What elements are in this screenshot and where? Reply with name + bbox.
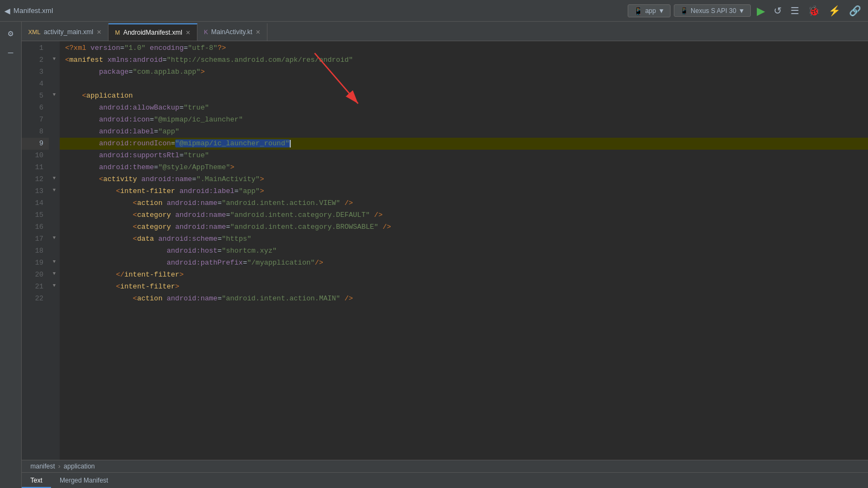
device-dropdown-arrow: ▼ <box>738 7 745 15</box>
gutter-item-2: ▼ <box>49 53 60 65</box>
line-number-6: 6 <box>22 102 49 114</box>
fold-icon-12[interactable]: ▼ <box>53 176 55 181</box>
gutter-item-15 <box>49 208 60 220</box>
gutter-item-7 <box>49 113 60 125</box>
code-line-15: <category android:name="android.intent.c… <box>60 209 868 221</box>
device-selector[interactable]: 📱 Nexus S API 30 ▼ <box>674 4 751 17</box>
tab-label: activity_main.xml <box>44 28 93 36</box>
fold-icon-13[interactable]: ▼ <box>53 188 55 193</box>
code-line-18: android:host="shortcm.xyz" <box>60 245 868 257</box>
line-numbers: 12345678910111213141516171819202122 <box>22 41 49 460</box>
gutter-item-9 <box>49 137 60 149</box>
attach-button[interactable]: 🔗 <box>846 4 864 18</box>
tab-label-main: MainActivity.kt <box>211 28 252 36</box>
gutter: ▼▼▼▼▼▼▼▼ <box>49 41 60 460</box>
gutter-item-14 <box>49 196 60 208</box>
line-number-12: 12 <box>22 174 49 185</box>
line-number-17: 17 <box>22 233 49 245</box>
code-line-22: <action android:name="android.intent.act… <box>60 293 868 305</box>
tab-close-activity[interactable]: ✕ <box>97 29 101 36</box>
line-number-18: 18 <box>22 245 49 257</box>
gutter-item-1 <box>49 41 60 53</box>
gutter-item-12: ▼ <box>49 172 60 184</box>
fold-icon-19[interactable]: ▼ <box>53 259 55 265</box>
breadcrumb-item-manifest: manifest <box>30 463 55 470</box>
line-number-8: 8 <box>22 126 49 138</box>
line-number-7: 7 <box>22 114 49 126</box>
gutter-item-21: ▼ <box>49 280 60 292</box>
profile-button[interactable]: ⚡ <box>826 4 843 18</box>
sidebar-minimize-icon[interactable]: — <box>3 46 18 61</box>
line-number-13: 13 <box>22 185 49 197</box>
fold-icon-17[interactable]: ▼ <box>53 235 55 241</box>
fold-icon-21[interactable]: ▼ <box>53 283 55 288</box>
debug-button[interactable]: 🐞 <box>805 4 822 18</box>
line-number-3: 3 <box>22 66 49 78</box>
code-line-3: package="com.applab.app"> <box>60 66 868 78</box>
line-number-21: 21 <box>22 281 49 293</box>
code-line-2: <manifest xmlns:android="http://schemas.… <box>60 54 868 66</box>
gutter-item-22 <box>49 292 60 304</box>
line-number-1: 1 <box>22 42 49 54</box>
gutter-item-11 <box>49 160 60 172</box>
sidebar-strip: ⚙ — <box>0 22 22 488</box>
sidebar-settings-icon[interactable]: ⚙ <box>3 26 18 41</box>
bottom-tab-bar: Text Merged Manifest <box>22 473 868 488</box>
fold-icon-2[interactable]: ▼ <box>53 56 55 62</box>
bottom-tab-merged[interactable]: Merged Manifest <box>51 473 117 488</box>
device-label: Nexus S API 30 <box>691 7 736 15</box>
line-number-9: 9 <box>22 138 49 150</box>
tab-android-manifest[interactable]: M AndroidManifest.xml ✕ <box>108 23 197 41</box>
xml-file-icon: XML <box>28 29 41 35</box>
line-number-2: 2 <box>22 54 49 66</box>
app-label: app <box>645 7 656 15</box>
tab-label-manifest: AndroidManifest.xml <box>123 29 182 36</box>
fold-icon-5[interactable]: ▼ <box>53 92 55 98</box>
line-number-20: 20 <box>22 269 49 281</box>
app-dropdown-arrow: ▼ <box>658 7 665 15</box>
fold-icon-20[interactable]: ▼ <box>53 271 55 277</box>
code-line-10: android:supportsRtl="true" <box>60 150 868 162</box>
app-selector[interactable]: 📱 app ▼ <box>628 4 671 17</box>
line-number-15: 15 <box>22 209 49 221</box>
bottom-tab-text[interactable]: Text <box>22 473 51 488</box>
gutter-item-5: ▼ <box>49 89 60 101</box>
code-line-7: android:icon="@mipmap/ic_launcher" <box>60 114 868 126</box>
line-number-5: 5 <box>22 90 49 102</box>
kt-file-icon: K <box>204 29 208 35</box>
line-number-19: 19 <box>22 257 49 269</box>
line-number-22: 22 <box>22 293 49 305</box>
run-button[interactable]: ▶ <box>754 3 768 18</box>
code-line-16: <category android:name="android.intent.c… <box>60 221 868 233</box>
tab-main-activity[interactable]: K MainActivity.kt ✕ <box>197 23 267 41</box>
breadcrumb-sep-1: › <box>58 463 60 470</box>
tab-close-main[interactable]: ✕ <box>256 29 260 36</box>
line-number-11: 11 <box>22 162 49 174</box>
back-icon[interactable]: ◀ <box>4 5 10 17</box>
toolbar: ◀ Manifest.xml 📱 app ▼ 📱 Nexus S API 30 … <box>0 0 868 22</box>
code-line-13: <intent-filter android:label="app"> <box>60 185 868 197</box>
code-line-8: android:label="app" <box>60 126 868 138</box>
code-line-20: </intent-filter> <box>60 269 868 281</box>
code-line-19: android:pathPrefix="/myapplication"/> <box>60 257 868 269</box>
xml-file-icon-2: M <box>115 29 120 36</box>
refresh-button[interactable]: ↺ <box>771 4 784 18</box>
gutter-item-19: ▼ <box>49 256 60 268</box>
tab-activity-main[interactable]: XML activity_main.xml ✕ <box>22 23 108 41</box>
gutter-item-20: ▼ <box>49 268 60 280</box>
toolbar-right: 📱 app ▼ 📱 Nexus S API 30 ▼ ▶ ↺ ☰ 🐞 ⚡ 🔗 <box>628 3 864 18</box>
line-number-4: 4 <box>22 78 49 90</box>
tab-close-manifest[interactable]: ✕ <box>186 29 190 36</box>
bottom-bar: manifest › application Text Merged Manif… <box>22 460 868 488</box>
gutter-item-17: ▼ <box>49 232 60 244</box>
code-line-12: <activity android:name=".MainActivity"> <box>60 174 868 185</box>
line-number-16: 16 <box>22 221 49 233</box>
gutter-item-16 <box>49 220 60 232</box>
menu-button[interactable]: ☰ <box>788 4 802 18</box>
tab-bar: XML activity_main.xml ✕ M AndroidManifes… <box>0 22 868 41</box>
code-line-6: android:allowBackup="true" <box>60 102 868 114</box>
gutter-item-13: ▼ <box>49 184 60 196</box>
gutter-item-6 <box>49 101 60 113</box>
code-line-1: <?xml version="1.0" encoding="utf-8"?> <box>60 42 868 54</box>
code-area[interactable]: <?xml version="1.0" encoding="utf-8"?><m… <box>60 41 868 460</box>
